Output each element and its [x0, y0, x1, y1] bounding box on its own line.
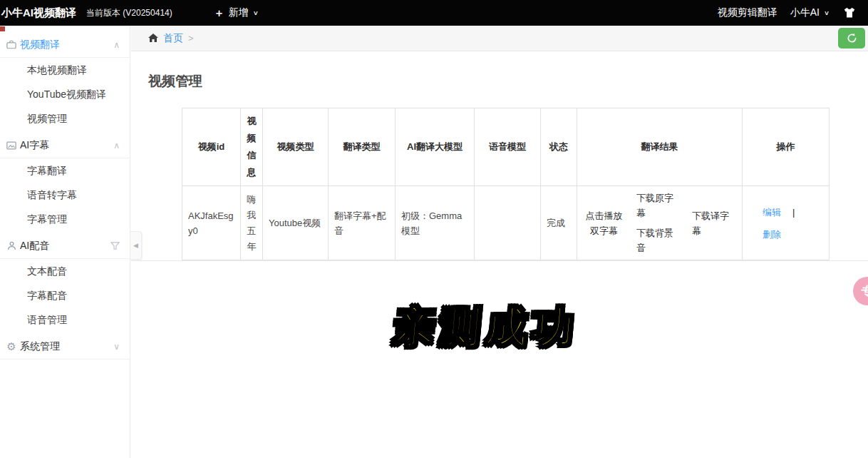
- home-icon: [148, 34, 158, 43]
- chevron-down-icon: ∨: [253, 9, 259, 16]
- breadcrumb: 首页 >: [131, 26, 868, 51]
- cell-video-type: Youtube视频: [263, 186, 329, 260]
- version-label: 当前版本 (V20250414): [86, 7, 172, 19]
- corner-mark: [0, 26, 5, 31]
- image-icon: [6, 140, 17, 151]
- cell-status: 完成: [541, 186, 577, 260]
- sidebar-item-video-manage[interactable]: 视频管理: [0, 106, 130, 131]
- col-voice-model: 语音模型: [475, 108, 541, 186]
- topbar: 小牛AI视频翻译 当前版本 (V20250414) ＋ 新增 ∨ 视频剪辑翻译 …: [0, 0, 868, 26]
- edit-link[interactable]: 编辑: [763, 205, 781, 220]
- sidebar-group-ai-subtitle[interactable]: AI字幕 ∧: [0, 133, 130, 158]
- col-actions: 操作: [743, 108, 830, 186]
- video-table: 视频id 视频信息 视频类型 翻译类型 AI翻译大模型 语音模型 状态 翻译结果…: [182, 108, 830, 260]
- breadcrumb-separator: >: [188, 33, 194, 44]
- plus-icon: ＋: [214, 6, 224, 20]
- breadcrumb-home-link[interactable]: 首页: [163, 32, 183, 45]
- col-video-type: 视频类型: [263, 108, 329, 186]
- table-header-row: 视频id 视频信息 视频类型 翻译类型 AI翻译大模型 语音模型 状态 翻译结果…: [182, 108, 830, 186]
- briefcase-icon: [6, 39, 17, 51]
- sidebar: 视频翻译 ∧ 本地视频翻译 YouTube视频翻译 视频管理 AI字幕 ∧ 字幕…: [0, 26, 130, 458]
- sidebar-group-items: 字幕翻译 语音转字幕 字幕管理: [0, 158, 130, 231]
- cell-voice-model: [475, 186, 541, 260]
- sidebar-item-text-dubbing[interactable]: 文本配音: [0, 259, 130, 283]
- app-window: 小牛AI视频翻译 当前版本 (V20250414) ＋ 新增 ∨ 视频剪辑翻译 …: [0, 0, 868, 458]
- funnel-icon: [110, 242, 120, 250]
- col-translate-type: 翻译类型: [329, 108, 396, 186]
- sidebar-item-voice-manage[interactable]: 语音管理: [0, 307, 130, 332]
- download-translated-subtitle-link[interactable]: 下载译字幕: [692, 208, 736, 238]
- sidebar-group-video-translate[interactable]: 视频翻译 ∧: [0, 32, 130, 58]
- chevron-down-icon: ∨: [824, 9, 830, 16]
- sidebar-item-subtitle-manage[interactable]: 字幕管理: [0, 207, 130, 231]
- video-subtitle-overlay: 亲测成功: [391, 300, 582, 355]
- sidebar-group-label: AI配音: [20, 240, 49, 253]
- sidebar-item-subtitle-translate[interactable]: 字幕翻译: [0, 158, 130, 183]
- page-title: 视频管理: [148, 72, 202, 91]
- download-background-audio-link[interactable]: 下载背景音: [636, 225, 681, 255]
- col-status: 状态: [541, 108, 577, 186]
- download-original-subtitle-link[interactable]: 下载原字幕: [636, 190, 681, 220]
- user-icon: [6, 240, 17, 252]
- play-dual-subtitle-link[interactable]: 点击播放双字幕: [583, 208, 625, 238]
- refresh-icon: [847, 33, 857, 44]
- col-video-info: 视频信息: [241, 108, 263, 186]
- collapse-left-icon: ◀: [133, 242, 138, 249]
- user-menu-label: 小牛AI: [790, 6, 820, 19]
- cell-actions: 编辑 | 删除: [743, 186, 830, 260]
- sidebar-item-local-video-translate[interactable]: 本地视频翻译: [0, 58, 130, 82]
- sidebar-group-label: 系统管理: [20, 340, 60, 353]
- topbar-right: 视频剪辑翻译 小牛AI ∨: [718, 6, 857, 19]
- sidebar-group-items: 文本配音 字幕配音 语音管理: [0, 259, 130, 332]
- section-divider: [131, 260, 868, 261]
- cell-translate-result: 点击播放双字幕 下载原字幕 下载背景音 下载译字幕: [577, 186, 743, 260]
- sidebar-group-label: 视频翻译: [20, 39, 60, 51]
- sidebar-item-speech-to-subtitle[interactable]: 语音转字幕: [0, 183, 130, 207]
- add-menu-label: 新增: [229, 6, 249, 19]
- sidebar-group-ai-dubbing[interactable]: AI配音: [0, 233, 130, 259]
- refresh-button[interactable]: [838, 28, 865, 49]
- chevron-up-icon: ∧: [113, 40, 120, 50]
- col-ai-model: AI翻译大模型: [396, 108, 475, 186]
- cell-video-info: 嗨我五年: [241, 186, 263, 260]
- sidebar-item-subtitle-dubbing[interactable]: 字幕配音: [0, 283, 130, 307]
- gear-icon: ⚙: [6, 341, 17, 352]
- sidebar-group-items: 本地视频翻译 YouTube视频翻译 视频管理: [0, 58, 130, 131]
- clip-translate-link[interactable]: 视频剪辑翻译: [718, 6, 777, 19]
- sidebar-item-youtube-video-translate[interactable]: YouTube视频翻译: [0, 82, 130, 106]
- main-content: 首页 > 视频管理 视频id 视频信息 视频类型 翻译类型 AI翻译大模型: [131, 26, 868, 458]
- floating-badge-glyph: 专: [862, 283, 868, 300]
- sidebar-collapse-handle[interactable]: ◀: [130, 231, 142, 260]
- chevron-down-icon: ∨: [113, 342, 120, 352]
- sidebar-group-label: AI字幕: [20, 139, 49, 152]
- actions-divider: |: [792, 205, 795, 220]
- cell-translate-type: 翻译字幕+配音: [329, 186, 396, 260]
- cell-ai-model: 初级：Gemma模型: [396, 186, 475, 260]
- delete-link[interactable]: 删除: [763, 229, 781, 240]
- table-row: AKJfakEsgy0 嗨我五年 Youtube视频 翻译字幕+配音 初级：Ge…: [182, 186, 830, 260]
- user-menu[interactable]: 小牛AI ∨: [790, 6, 830, 19]
- add-menu-button[interactable]: ＋ 新增 ∨: [214, 6, 259, 20]
- col-translate-result: 翻译结果: [577, 108, 743, 186]
- chevron-up-icon: ∧: [113, 141, 120, 151]
- col-video-id: 视频id: [182, 108, 241, 186]
- cell-video-id: AKJfakEsgy0: [182, 186, 241, 260]
- sidebar-group-system-manage[interactable]: ⚙ 系统管理 ∨: [0, 334, 130, 360]
- shirt-icon[interactable]: [842, 7, 857, 19]
- app-title: 小牛AI视频翻译: [1, 6, 76, 20]
